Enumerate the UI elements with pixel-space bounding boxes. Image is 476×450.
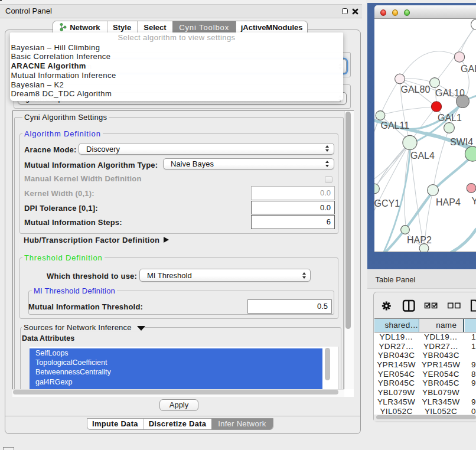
svg-text:GCY1: GCY1	[374, 198, 400, 208]
svg-text:GAL80: GAL80	[401, 84, 431, 94]
svg-text:GAL10: GAL10	[435, 87, 465, 97]
svg-text:YE: YE	[472, 195, 476, 206]
svg-text:GAL1: GAL1	[438, 112, 462, 122]
svg-text:SWI4: SWI4	[450, 136, 473, 146]
svg-text:GAL11: GAL11	[381, 120, 410, 130]
svg-text:GAL4: GAL4	[410, 150, 435, 160]
svg-text:HAP2: HAP2	[407, 234, 432, 244]
svg-text:HAP4: HAP4	[436, 197, 461, 207]
svg-text:GAL7: GAL7	[461, 63, 476, 73]
